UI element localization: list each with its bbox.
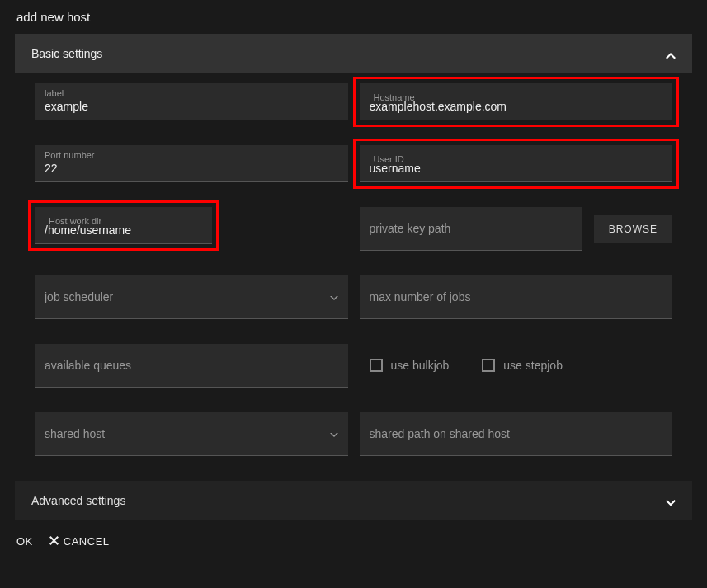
cancel-button[interactable]: CANCEL bbox=[49, 535, 110, 548]
ok-button[interactable]: OK bbox=[16, 535, 33, 548]
dialog-title: add new host bbox=[0, 0, 707, 34]
checkbox-box-icon bbox=[482, 359, 495, 372]
workdir-input[interactable] bbox=[35, 207, 212, 244]
basic-settings-body: label Hostname Port number User ID Host … bbox=[0, 83, 707, 456]
sharedhost-placeholder: shared host bbox=[45, 427, 105, 440]
cancel-label: CANCEL bbox=[64, 535, 110, 548]
label-input[interactable] bbox=[35, 83, 348, 120]
maxjobs-input[interactable] bbox=[360, 275, 673, 319]
chevron-up-icon bbox=[666, 49, 676, 59]
basic-settings-header[interactable]: Basic settings bbox=[15, 34, 692, 73]
sharedhost-select[interactable]: shared host bbox=[35, 412, 348, 456]
workdir-highlight: Host work dir bbox=[28, 200, 219, 251]
sharedpath-input[interactable] bbox=[360, 412, 673, 456]
scheduler-placeholder: job scheduler bbox=[45, 290, 113, 303]
advanced-settings-header[interactable]: Advanced settings bbox=[15, 481, 692, 520]
userid-highlight: User ID bbox=[353, 139, 680, 189]
checkbox-box-icon bbox=[370, 359, 383, 372]
userid-input[interactable] bbox=[360, 145, 673, 182]
chevron-down-icon bbox=[666, 496, 676, 506]
bulkjob-label: use bulkjob bbox=[391, 359, 450, 372]
bulkjob-checkbox[interactable]: use bulkjob bbox=[370, 359, 450, 372]
scheduler-select[interactable]: job scheduler bbox=[35, 275, 348, 319]
browse-button[interactable]: BROWSE bbox=[594, 215, 672, 243]
stepjob-label: use stepjob bbox=[503, 359, 563, 372]
stepjob-checkbox[interactable]: use stepjob bbox=[482, 359, 563, 372]
hostname-input[interactable] bbox=[360, 83, 673, 120]
chevron-down-icon bbox=[330, 290, 338, 303]
advanced-settings-label: Advanced settings bbox=[31, 494, 125, 507]
queues-input[interactable] bbox=[35, 344, 348, 388]
hostname-highlight: Hostname bbox=[353, 77, 680, 127]
port-input[interactable] bbox=[35, 145, 348, 182]
basic-settings-label: Basic settings bbox=[31, 47, 102, 60]
close-icon bbox=[49, 535, 59, 548]
dialog-actions: OK CANCEL bbox=[0, 520, 707, 562]
chevron-down-icon bbox=[330, 427, 338, 440]
privatekey-input[interactable] bbox=[360, 207, 582, 251]
